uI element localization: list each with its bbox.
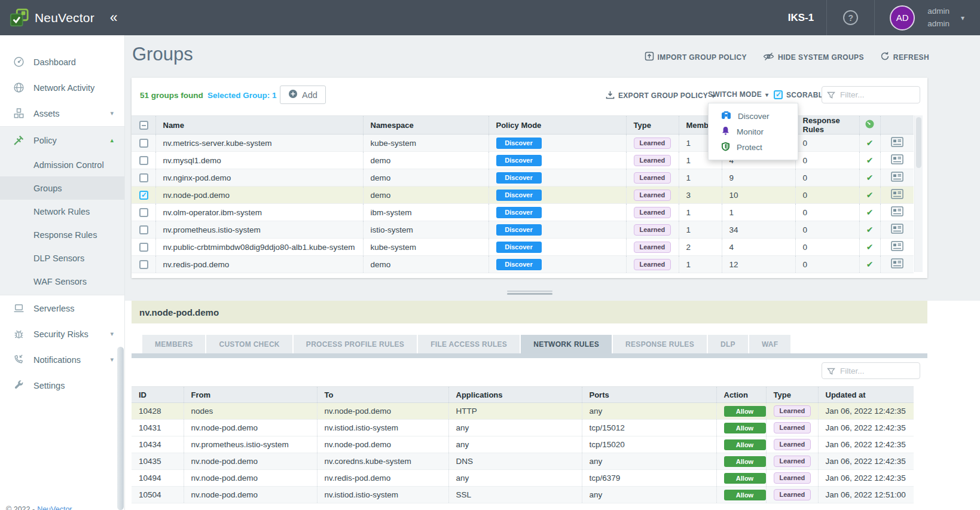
column-header-type[interactable]: Type bbox=[766, 387, 818, 403]
group-row[interactable]: nv.olm-operator.ibm-system ibm-system Di… bbox=[132, 204, 914, 221]
rule-row[interactable]: 10435 nv.node-pod.demo nv.coredns.kube-s… bbox=[132, 453, 914, 470]
avatar[interactable]: AD bbox=[890, 5, 915, 30]
scrollbar-thumb[interactable] bbox=[916, 117, 921, 168]
column-header-applications[interactable]: Applications bbox=[448, 387, 582, 403]
row-checkbox[interactable] bbox=[139, 191, 148, 200]
column-header-to[interactable]: To bbox=[317, 387, 448, 403]
rule-row[interactable]: 10428 nodes nv.node-pod.demo HTTP any Al… bbox=[132, 403, 914, 420]
action-button[interactable]: Allow bbox=[724, 490, 766, 500]
row-checkbox[interactable] bbox=[139, 260, 148, 269]
group-row[interactable]: nv.prometheus.istio-system istio-system … bbox=[132, 221, 914, 239]
group-row[interactable]: nv.redis-pod.demo demo Discover Learned … bbox=[132, 256, 914, 273]
tab-waf[interactable]: WAF bbox=[749, 335, 791, 353]
column-header-response-rules[interactable]: Response Rules bbox=[795, 116, 859, 135]
row-checkbox[interactable] bbox=[139, 225, 148, 234]
action-button[interactable]: Allow bbox=[724, 473, 766, 484]
scorable-toggle[interactable]: SCORABLE bbox=[774, 90, 828, 99]
sidebar-item-groups[interactable]: Groups bbox=[0, 176, 124, 200]
sidebar-item-dashboard[interactable]: Dashboard bbox=[0, 49, 124, 75]
sidebar-item-settings[interactable]: Settings bbox=[0, 372, 124, 398]
view-details-button[interactable] bbox=[891, 227, 903, 236]
view-details-button[interactable] bbox=[891, 261, 903, 270]
action-button[interactable]: Allow bbox=[724, 439, 766, 450]
import-group-policy-button[interactable]: IMPORT GROUP POLICY bbox=[645, 51, 747, 63]
refresh-button[interactable]: REFRESH bbox=[880, 51, 929, 63]
tab-response-rules[interactable]: RESPONSE RULES bbox=[613, 335, 707, 353]
group-row-selected[interactable]: nv.node-pod.demo demo Discover Learned 3… bbox=[132, 187, 914, 204]
scorable-checkbox[interactable] bbox=[774, 90, 783, 99]
view-details-button[interactable] bbox=[891, 209, 903, 218]
column-header-name[interactable]: Name bbox=[155, 116, 363, 135]
policy-mode-button[interactable]: Discover bbox=[496, 138, 542, 149]
mode-menu-item-monitor[interactable]: Monitor bbox=[709, 124, 798, 139]
column-header-scorable[interactable] bbox=[859, 116, 880, 135]
sidebar-item-serverless[interactable]: Serverless bbox=[0, 295, 124, 321]
view-details-button[interactable] bbox=[891, 140, 903, 149]
group-row[interactable]: nv.public-crbtmimbdw08dig9ddjo80-alb1.ku… bbox=[132, 239, 914, 256]
row-checkbox[interactable] bbox=[139, 173, 148, 182]
sidebar-collapse-button[interactable]: « bbox=[110, 11, 118, 25]
column-header-from[interactable]: From bbox=[184, 387, 317, 403]
column-header-namespace[interactable]: Namespace bbox=[363, 116, 489, 135]
rule-row[interactable]: 10494 nv.node-pod.demo nv.redis-pod.demo… bbox=[132, 470, 914, 487]
copyright-link[interactable]: NeuVector bbox=[37, 505, 72, 510]
sidebar-item-network-rules[interactable]: Network Rules bbox=[0, 200, 124, 223]
policy-mode-button[interactable]: Discover bbox=[496, 172, 542, 184]
help-icon[interactable]: ? bbox=[843, 10, 858, 25]
tab-file-access-rules[interactable]: FILE ACCESS RULES bbox=[418, 335, 520, 353]
export-group-policy-button[interactable]: EXPORT GROUP POLICY bbox=[606, 90, 715, 101]
column-header-action[interactable]: Action bbox=[716, 387, 766, 403]
row-checkbox[interactable] bbox=[139, 243, 148, 252]
action-button[interactable]: Allow bbox=[724, 456, 766, 467]
sidebar-item-dlp-sensors[interactable]: DLP Sensors bbox=[0, 246, 124, 270]
sidebar-item-assets[interactable]: Assets bbox=[0, 100, 124, 126]
policy-mode-button[interactable]: Discover bbox=[496, 190, 542, 201]
add-group-button[interactable]: Add bbox=[280, 85, 326, 104]
policy-mode-button[interactable]: Discover bbox=[496, 207, 542, 218]
user-menu-caret-icon[interactable] bbox=[961, 14, 964, 22]
row-checkbox[interactable] bbox=[139, 208, 148, 217]
sidebar-scrollbar[interactable] bbox=[117, 347, 124, 510]
sidebar-item-admission-control[interactable]: Admission Control bbox=[0, 153, 124, 176]
column-header-type[interactable]: Type bbox=[626, 116, 679, 135]
table-scrollbar[interactable] bbox=[914, 115, 923, 272]
tab-members[interactable]: MEMBERS bbox=[142, 335, 205, 353]
policy-mode-button[interactable]: Discover bbox=[496, 242, 542, 253]
sidebar-item-network-activity[interactable]: Network Activity bbox=[0, 75, 124, 100]
sidebar-item-notifications[interactable]: Notifications bbox=[0, 347, 124, 372]
sidebar-item-waf-sensors[interactable]: WAF Sensors bbox=[0, 270, 124, 293]
sidebar-item-response-rules[interactable]: Response Rules bbox=[0, 223, 124, 246]
cluster-name[interactable]: IKS-1 bbox=[788, 12, 814, 24]
policy-mode-button[interactable]: Discover bbox=[496, 259, 542, 270]
rule-row[interactable]: 10434 nv.prometheus.istio-system nv.node… bbox=[132, 436, 914, 453]
sidebar-item-policy[interactable]: Policy bbox=[0, 127, 124, 153]
groups-filter-input[interactable] bbox=[822, 86, 920, 103]
sidebar-item-security-risks[interactable]: Security Risks bbox=[0, 321, 124, 347]
tab-custom-check[interactable]: CUSTOM CHECK bbox=[206, 335, 292, 353]
column-header-updated-at[interactable]: Updated at bbox=[818, 387, 914, 403]
action-button[interactable]: Allow bbox=[724, 423, 766, 433]
tab-process-profile-rules[interactable]: PROCESS PROFILE RULES bbox=[294, 335, 417, 353]
switch-mode-button[interactable]: SWITCH MODE bbox=[708, 90, 768, 99]
view-details-button[interactable] bbox=[891, 244, 903, 253]
group-row[interactable]: nv.nginx-pod.demo demo Discover Learned … bbox=[132, 169, 914, 187]
mode-menu-item-protect[interactable]: Protect bbox=[709, 139, 798, 155]
action-button[interactable]: Allow bbox=[724, 406, 766, 417]
tab-network-rules[interactable]: NETWORK RULES bbox=[521, 335, 612, 353]
view-details-button[interactable] bbox=[891, 157, 903, 166]
column-header-ports[interactable]: Ports bbox=[582, 387, 716, 403]
rule-row[interactable]: 10504 nv.node-pod.demo nv.istiod.istio-s… bbox=[132, 487, 914, 503]
policy-mode-button[interactable]: Discover bbox=[496, 224, 542, 236]
mode-menu-item-discover[interactable]: Discover bbox=[709, 108, 798, 124]
tab-dlp[interactable]: DLP bbox=[708, 335, 748, 353]
select-all-checkbox[interactable] bbox=[139, 121, 148, 130]
policy-mode-button[interactable]: Discover bbox=[496, 155, 542, 166]
column-header-id[interactable]: ID bbox=[132, 387, 184, 403]
view-details-button[interactable] bbox=[891, 175, 903, 184]
row-checkbox[interactable] bbox=[139, 139, 148, 148]
column-header-policy-mode[interactable]: Policy Mode bbox=[489, 116, 626, 135]
view-details-button[interactable] bbox=[891, 192, 903, 201]
rule-row[interactable]: 10431 nv.node-pod.demo nv.istiod.istio-s… bbox=[132, 420, 914, 436]
user-block[interactable]: admin admin bbox=[927, 5, 950, 30]
hide-system-groups-button[interactable]: HIDE SYSTEM GROUPS bbox=[763, 52, 864, 63]
